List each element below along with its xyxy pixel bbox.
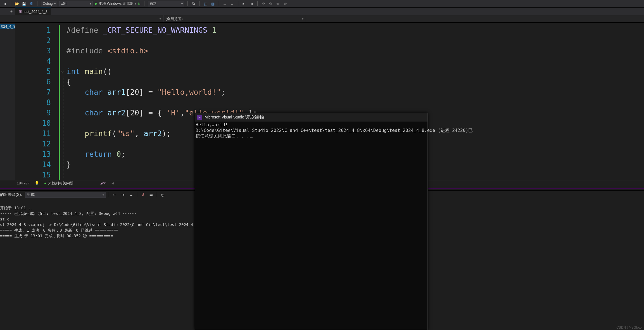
goto-next-icon[interactable]: ⇥ (120, 192, 126, 198)
zoom-dropdown[interactable]: 184 % (17, 181, 30, 185)
main-toolbar: ◄ 📂 💾 🗄 Debug x64 ▶ 本地 Windows 调试器 ▾ ▷ 自… (0, 0, 644, 8)
fold-chevron-icon[interactable]: ⌄ (61, 68, 64, 74)
layout-icon-2[interactable]: ▦ (210, 1, 215, 6)
play-icon: ▶ (95, 2, 98, 6)
scope-text: (全局范围) (166, 16, 183, 22)
clear-output-icon[interactable]: ≡ (129, 192, 134, 198)
output-source-value: 生成 (27, 192, 35, 197)
scope-dropdown[interactable]: (全局范围) (163, 15, 306, 22)
fold-column[interactable]: ⌄ (60, 23, 66, 180)
document-tab-bar: ✦ ▣ test_2024_4_8 (0, 8, 644, 15)
platform-value: x64 (61, 2, 66, 6)
save-icon[interactable]: 💾 (22, 1, 27, 6)
project-node[interactable]: 024_4_8 (0, 24, 15, 29)
indent-right-icon[interactable]: ≡ (230, 1, 235, 6)
code-nav-bar: (全局范围) (0, 15, 644, 23)
cpp-file-icon: ▣ (19, 10, 22, 13)
goto-prev-icon[interactable]: ⇤ (112, 192, 117, 198)
auto-value: 自动 (150, 1, 156, 6)
format-icon[interactable]: 🖌▾ (100, 181, 106, 185)
lightbulb-icon[interactable]: 💡 (35, 181, 39, 185)
open-icon[interactable]: 📂 (14, 1, 19, 6)
bookmark-prev-icon[interactable]: ☆ (268, 1, 273, 6)
console-titlebar[interactable]: ⋈ Microsoft Visual Studio 调试控制台 (195, 113, 427, 122)
platform-dropdown[interactable]: x64 (59, 1, 93, 6)
zoom-value: 184 % (17, 181, 27, 185)
scroll-left-icon[interactable]: ◄ (111, 181, 115, 185)
indent-left-icon[interactable]: ≣ (222, 1, 227, 6)
run-label: 本地 Windows 调试器 (99, 1, 134, 6)
console-output[interactable]: Hello,world! D:\Code\Gitee\Visual Studio… (195, 122, 427, 139)
output-source-label: 的出来源(S): (0, 192, 22, 197)
config-value: Debug (43, 2, 53, 6)
nav-back-icon[interactable]: ◄ (2, 1, 7, 6)
file-tab-label: test_2024_4_8 (23, 10, 47, 14)
watermark-text: CSDN @-SGlow- (616, 326, 642, 329)
outdent-icon[interactable]: ⇤ (242, 1, 247, 6)
bookmark-clear-icon[interactable]: ☆ (283, 1, 288, 6)
solution-explorer-stub[interactable]: 024_4_8 (0, 23, 15, 180)
indent-guide (63, 77, 63, 178)
run-debugger-button[interactable]: ▶ 本地 Windows 调试器 ▾ (95, 1, 136, 6)
output-source-dropdown[interactable]: 生成 (25, 192, 106, 198)
indent-icon[interactable]: ⇥ (249, 1, 254, 6)
toggle-icon-1[interactable]: ⇄ (148, 192, 154, 198)
line-number-gutter: 123 456 789 101112 131415 (15, 23, 59, 180)
layout-icon-1[interactable]: ⬚ (203, 1, 208, 6)
save-all-icon[interactable]: 🗄 (29, 1, 34, 6)
debug-console-window[interactable]: ⋈ Microsoft Visual Studio 调试控制台 Hello,wo… (195, 113, 428, 330)
issues-status[interactable]: 未找到相关问题 (44, 181, 73, 186)
console-title-text: Microsoft Visual Studio 调试控制台 (205, 115, 265, 120)
console-cursor (250, 137, 253, 137)
file-tab-active[interactable]: ▣ test_2024_4_8 (15, 8, 51, 15)
wrap-toggle-icon[interactable]: ↲ (140, 192, 146, 198)
stack-icon[interactable]: ⧉ (191, 1, 196, 6)
auto-dropdown[interactable]: 自动 (148, 1, 184, 6)
play-no-debug-icon[interactable]: ▷ (138, 2, 141, 6)
project-scope-dropdown[interactable] (15, 15, 163, 22)
config-dropdown[interactable]: Debug (41, 1, 57, 6)
vs-logo-icon: ⋈ (197, 115, 202, 120)
clock-icon[interactable]: ◷ (160, 192, 165, 198)
bookmark-next-icon[interactable]: ☆ (275, 1, 281, 6)
sidebar-toggle-icon[interactable]: ✦ (0, 8, 15, 15)
bookmark-icon[interactable]: ☆ (261, 1, 266, 6)
